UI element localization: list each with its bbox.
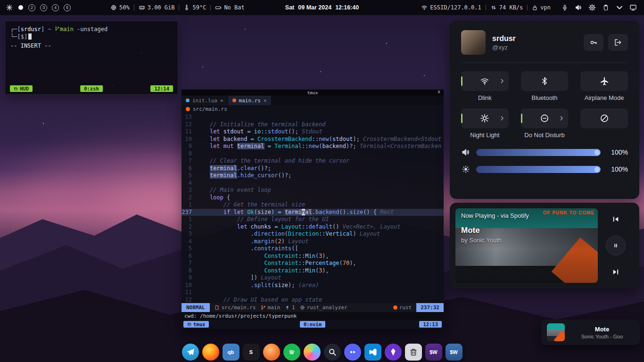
clipboard-button[interactable]: [601, 2, 611, 13]
obsidian-icon[interactable]: [385, 344, 402, 361]
code-line[interactable]: 9 let mut terminal = Terminal::new(backe…: [182, 143, 444, 150]
temp-stat: 59°C: [183, 4, 206, 11]
orange-app-icon[interactable]: [263, 344, 280, 361]
avatar: [461, 30, 486, 55]
pause-button[interactable]: [606, 236, 626, 255]
telegram-icon[interactable]: [182, 344, 199, 361]
tab-close-button[interactable]: ×: [264, 98, 267, 104]
toggle-icon: [540, 76, 549, 86]
tmux-window-chip[interactable]: 0:nvim: [300, 321, 325, 328]
code-line[interactable]: 3 .direction(Direction::Vertical) Layout: [182, 230, 444, 238]
code-line[interactable]: 12 // Initialize the terminal backend: [182, 121, 444, 129]
code-line[interactable]: 5 .constraints([: [182, 245, 444, 253]
settings-button[interactable]: [587, 2, 597, 13]
next-track-button[interactable]: [607, 264, 624, 280]
clock[interactable]: Sat 09 Mar 2024 12:16:40: [285, 4, 359, 11]
firefox-icon[interactable]: [202, 344, 219, 361]
tab-label: init.lua: [192, 98, 217, 104]
code-line[interactable]: 6 terminal.clear()?;: [182, 165, 444, 173]
code-line[interactable]: 4: [182, 180, 444, 187]
code-line[interactable]: 2 let chunks = Layout::default() Vec<Rec…: [182, 223, 444, 231]
code-line[interactable]: 2 loop {: [182, 194, 444, 202]
vpn-status[interactable]: vpn: [532, 4, 551, 11]
editor-window[interactable]: tmux x init.lua × main.rs × src/main.rs: [182, 90, 444, 329]
code-line[interactable]: 11 let stdout = io::stdout(); Stdout: [182, 128, 444, 136]
wezterm-purple-icon[interactable]: $W: [425, 344, 442, 361]
status-branch[interactable]: main: [261, 304, 281, 311]
toggle-bluetooth[interactable]: [521, 71, 569, 91]
chevron-right-icon[interactable]: [499, 78, 505, 84]
prompt-frame: ]: [41, 26, 48, 33]
shell-prompt-line2: └─[$]: [10, 33, 173, 41]
discord-icon[interactable]: [344, 344, 361, 361]
toggle-block[interactable]: [580, 108, 628, 128]
logo-icon[interactable]: [6, 4, 13, 11]
lock-icon: [532, 5, 538, 11]
code-line[interactable]: 1 // Define layout for the UI: [182, 216, 444, 223]
code-line[interactable]: 10 let backend = CrosstermBackend::new(s…: [182, 136, 444, 143]
toggle-night-light[interactable]: [461, 108, 509, 128]
toggle-icon: [540, 114, 549, 123]
steam-icon[interactable]: [324, 344, 341, 361]
media-player-card: OF PUNK TO COME Now Playing - via Spotif…: [450, 203, 639, 288]
logout-button[interactable]: [608, 34, 628, 51]
display-button[interactable]: [628, 2, 638, 13]
toggle-airplane-mode[interactable]: [580, 71, 628, 91]
code-line[interactable]: 12 // Draw UI based on app state: [182, 296, 444, 304]
toggle-do-not-disturb[interactable]: [521, 108, 569, 128]
wifi-status[interactable]: ESSID/127.0.0.1: [421, 4, 481, 11]
editor-tab[interactable]: main.rs ×: [228, 96, 272, 105]
volume-slider[interactable]: [476, 149, 601, 156]
code-line[interactable]: 13: [182, 114, 444, 121]
gear-icon: [588, 4, 596, 11]
terminal-window[interactable]: ┌─[srdusr] ~ main -unstaged └─[$] -- INS…: [5, 21, 178, 95]
workspace-button[interactable]: 4: [52, 4, 59, 11]
code-line[interactable]: 9 ]) Layout: [182, 274, 444, 282]
code-line[interactable]: 8 Constraint::Min(3),: [182, 267, 444, 275]
status-file[interactable]: src/main.rs: [215, 304, 256, 311]
tmux-session-chip[interactable]: tmux: [183, 321, 209, 328]
workspace-button[interactable]: 3: [40, 4, 47, 11]
code-line[interactable]: 3 // Main event loop: [182, 187, 444, 194]
hud-chip[interactable]: HUD: [10, 85, 33, 92]
brightness-slider[interactable]: [476, 166, 601, 173]
panel-toggle-button[interactable]: [614, 2, 625, 13]
code-line[interactable]: 1 // Get the terminal size: [182, 201, 444, 209]
microphone-button[interactable]: [560, 2, 570, 13]
code-line[interactable]: 5 terminal.hide_cursor()?;: [182, 172, 444, 180]
code-line[interactable]: 8: [182, 150, 444, 158]
notification-popup[interactable]: Mote Sonic Youth - Goo: [541, 320, 640, 345]
system-stats: 50% 3.00 GiB 59°C No Bat: [110, 4, 245, 11]
window-close-button[interactable]: x: [438, 89, 440, 94]
wezterm-blue-icon[interactable]: $W: [446, 344, 462, 361]
toggle-wifi-dlink[interactable]: [461, 71, 509, 91]
workspace-button[interactable]: 2: [28, 4, 35, 11]
code-line[interactable]: 4 .margin(2) Layout: [182, 238, 444, 246]
code-line[interactable]: 6 Constraint::Min(3),: [182, 253, 444, 260]
trash-icon[interactable]: [405, 344, 422, 361]
workspace-button[interactable]: 5: [64, 4, 71, 11]
qutebrowser-icon[interactable]: qb: [223, 344, 239, 361]
vscode-icon[interactable]: [364, 344, 381, 361]
key-icon: [589, 38, 598, 47]
editor-tab[interactable]: init.lua ×: [182, 96, 228, 105]
spotify-icon[interactable]: [283, 344, 300, 361]
chevron-right-icon[interactable]: [558, 115, 565, 122]
s-logo-app-icon[interactable]: S: [243, 344, 260, 361]
workspace-active[interactable]: [18, 5, 23, 10]
tab-close-button[interactable]: ×: [220, 98, 223, 104]
volume-button[interactable]: [573, 2, 584, 13]
pause-icon: [612, 242, 619, 249]
code-line[interactable]: 237 if let Ok(size) = terminal.backend()…: [182, 209, 444, 216]
code-line[interactable]: 7 Constraint::Percentage(70),: [182, 260, 444, 267]
chevron-right-icon[interactable]: [499, 115, 505, 122]
keyring-button[interactable]: [584, 34, 603, 51]
code-area[interactable]: 1312 // Initialize the terminal backend1…: [182, 113, 444, 303]
code-line[interactable]: 10 .split(size); (area): [182, 282, 444, 289]
git-branch-icon: [261, 305, 266, 310]
code-line[interactable]: 11: [182, 289, 444, 296]
previous-track-button[interactable]: [607, 211, 624, 227]
code-line[interactable]: 7 // Clear the terminal and hide the cur…: [182, 157, 444, 165]
multicolor-app-icon[interactable]: [304, 344, 321, 361]
session-chip[interactable]: 0:zsh: [80, 85, 103, 92]
